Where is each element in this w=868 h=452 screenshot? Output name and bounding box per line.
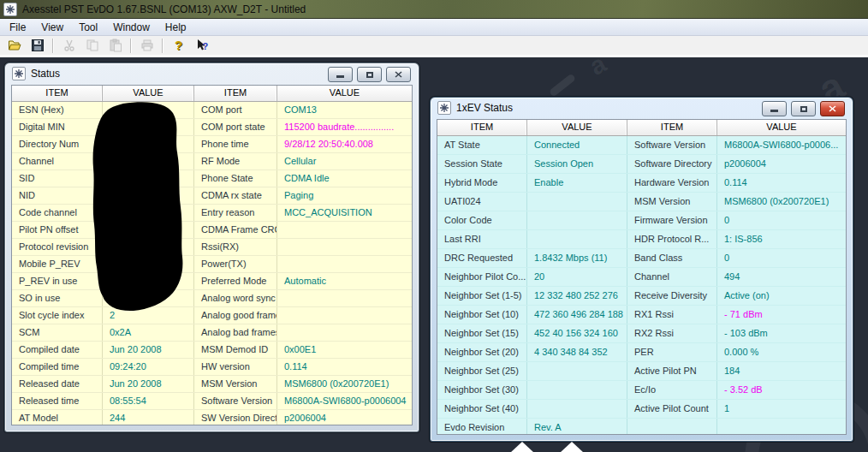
item-cell: Firmware Version [627,211,717,229]
menu-item-window[interactable]: Window [105,19,158,36]
item-cell: Channel [12,153,103,170]
item-cell: PER [627,343,717,361]
item-cell: Channel [627,268,717,286]
cut-button[interactable] [58,36,80,56]
item-cell: RF Mode [194,153,277,170]
value-cell [103,187,194,204]
item-cell: Last RRI [437,230,527,248]
item-cell: AT State [437,136,527,154]
value-cell: 0.114 [277,359,412,375]
value-cell [527,211,627,229]
value-cell: 1 [717,400,846,418]
value-cell [103,205,194,221]
item-cell: P_REV in use [12,273,103,289]
table-row: Neighbor Set (1-5)12 332 480 252 276Rece… [437,287,846,306]
scissors-icon [62,39,76,52]
item-cell: Protocol revision [12,239,103,255]
item-cell: Software Directory [627,155,717,173]
value-cell: Jun 20 2008 [103,342,194,358]
evdo-status-window: 1xEV Status ITEMVALUEITEMVALUE AT StateC… [430,97,853,442]
status-table-header: ITEMVALUEITEMVALUE [12,86,412,102]
table-row: Released dateJun 20 2008MSM VersionMSM68… [12,376,412,393]
menu-item-file[interactable]: File [2,19,33,36]
value-cell: 0x00E1 [277,342,412,358]
save-button[interactable] [27,36,48,56]
value-cell: Cellular [277,153,412,170]
item-cell: Ec/Io [627,381,717,399]
table-row: Color CodeFirmware Version0 [437,211,846,230]
item-cell: Hybrid Mode [437,174,527,192]
value-cell [103,153,194,170]
status-table: ITEMVALUEITEMVALUE ESN (Hex)COM portCOM1… [11,85,413,425]
item-cell: Compiled time [12,359,103,375]
copy-icon [86,39,99,52]
minimize-button[interactable] [762,101,787,116]
maximize-button[interactable] [791,101,816,116]
column-header: ITEM [437,120,527,135]
toolbar: ? ? [0,36,868,57]
value-cell: p2006004 [717,155,846,173]
menu-item-help[interactable]: Help [158,19,194,36]
value-cell: 244 [103,410,194,425]
value-cell [527,400,627,418]
value-cell: Enable [527,174,627,192]
value-cell: Session Open [527,155,627,173]
value-cell: 184 [717,362,846,380]
table-row: Pilot PN offsetCDMA Frame CRC [12,222,412,239]
value-cell [103,256,194,272]
value-cell: 20 [527,268,627,286]
item-cell: MSM Demod ID [194,342,277,358]
value-cell: Paging [277,187,412,204]
value-cell: p2006004 [277,410,412,425]
maximize-button[interactable] [357,67,382,82]
copy-button[interactable] [81,36,103,56]
minimize-button[interactable] [328,67,353,82]
table-row: AT StateConnectedSoftware VersionM6800A-… [437,136,846,155]
item-cell: HDR Protocol R... [627,230,717,248]
open-button[interactable] [3,36,25,56]
item-cell: Software Version [627,136,717,154]
table-row: DRC Requested1.8432 Mbps (11)Band Class0 [437,249,846,268]
value-cell [103,273,194,289]
close-button[interactable] [820,101,845,116]
item-cell: Session State [437,155,527,173]
table-row: Mobile P_REVPower(TX) [12,256,412,273]
table-row: P_REV in usePreferred ModeAutomatic [12,273,412,290]
table-row: Neighbor Set (30)Ec/Io- 3.52 dB [437,381,846,400]
item-cell: MSM Version [627,193,717,211]
evdo-table-header: ITEMVALUEITEMVALUE [437,120,846,136]
paste-icon [109,39,122,52]
context-help-button[interactable]: ? [191,36,212,56]
item-cell: Preferred Mode [194,273,277,289]
value-cell: M6800A-SWI6800-p0006004 [277,393,412,409]
menu-item-view[interactable]: View [33,19,71,36]
item-cell: HW version [194,359,277,375]
table-row: AT Model244SW Version Directoryp2006004 [12,410,412,425]
print-button[interactable] [136,36,158,56]
table-row: Released time08:55:54Software VersionM68… [12,393,412,410]
value-cell: 0.000 % [717,343,846,361]
arrow-question-icon: ? [195,39,209,52]
value-cell [103,170,194,187]
app-titlebar[interactable]: Axesstel PST EvDO 1.67.BSNL (COM13) AXW_… [0,0,868,19]
item-cell: Released date [12,376,103,392]
about-help-button[interactable]: ? [168,36,189,56]
value-cell [103,290,194,306]
item-cell: Band Class [627,249,717,267]
minimize-icon [336,75,344,78]
item-cell: Compiled date [12,342,103,358]
close-button[interactable] [386,67,411,82]
table-row: Last RRIHDR Protocol R...1: IS-856 [437,230,846,249]
item-cell: Neighbor Set (25) [437,362,527,380]
value-cell [527,193,627,211]
menu-item-tool[interactable]: Tool [71,19,105,36]
column-header: VALUE [103,86,194,101]
table-row: Neighbor Set (40)Active Pilot Count1 [437,400,846,419]
item-cell: Active Pilot PN [627,362,717,380]
evdo-window-title: 1xEV Status [456,102,513,114]
table-row: Session StateSession OpenSoftware Direct… [437,155,846,174]
close-icon [829,105,836,112]
table-row: Compiled time09:24:20HW version0.114 [12,359,412,376]
svg-text:?: ? [202,41,208,51]
paste-button[interactable] [104,36,126,56]
